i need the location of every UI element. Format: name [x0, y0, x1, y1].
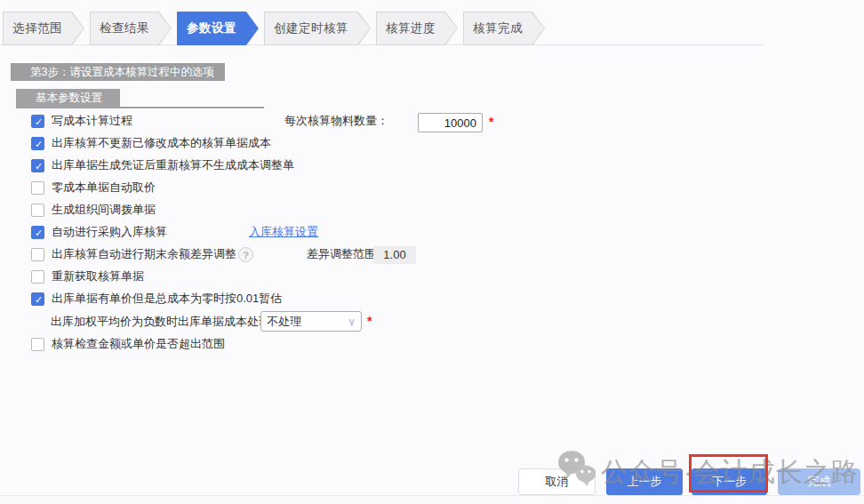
- tab-create-scheduled-accounting[interactable]: 创建定时核算: [264, 12, 371, 45]
- tab-label: 选择范围: [12, 20, 62, 36]
- previous-step-button[interactable]: 上一步: [606, 468, 683, 495]
- option-row-auto-purchase-inbound: 自动进行采购入库核算: [31, 221, 167, 243]
- select-value: 不处理: [267, 314, 348, 330]
- option-row-no-update-modified-cost: 出库核算不更新已修改成本的核算单据成本: [31, 132, 271, 154]
- cost-accounting-wizard: 选择范围 检查结果 参数设置 创建定时核算 核算进度 核算完成 第3步：: [0, 0, 864, 504]
- material-qty-label: 每次核算物料数量：: [284, 110, 388, 132]
- option-row-write-cost-process: 写成本计算过程: [31, 110, 132, 132]
- option-label: 出库核算自动进行期末余额差异调整: [52, 246, 236, 262]
- checkbox-refetch-accounting-docs[interactable]: [31, 270, 44, 284]
- checkbox-no-adjustment-after-voucher[interactable]: [31, 159, 44, 172]
- option-label: 生成组织间调拨单据: [52, 202, 156, 218]
- negative-cost-handling-select[interactable]: 不处理 ∨: [260, 311, 362, 332]
- negative-cost-handling-label: 出库加权平均价为负数时出库单据成本处理: [51, 311, 270, 332]
- checkbox-period-end-diff-adjust[interactable]: [31, 248, 44, 261]
- diff-range-value: 1.00: [373, 246, 416, 264]
- section-underline: [16, 107, 264, 108]
- option-label: 重新获取核算单据: [52, 268, 144, 284]
- checkbox-generate-interorg-transfer[interactable]: [31, 204, 44, 217]
- wizard-tabbar: 选择范围 检查结果 参数设置 创建定时核算 核算进度 核算完成: [3, 12, 550, 45]
- next-step-button[interactable]: 下一步: [692, 468, 767, 495]
- option-row-no-adjustment-after-voucher: 出库单据生成凭证后重新核算不生成成本调整单: [31, 155, 294, 176]
- section-header-basic-params: 基本参数设置: [16, 89, 120, 107]
- tab-accounting-complete[interactable]: 核算完成: [463, 12, 545, 45]
- finish-button[interactable]: 完成: [778, 468, 860, 495]
- option-row-zero-cost-auto-price: 零成本单据自动取价: [31, 177, 156, 198]
- checkbox-auto-purchase-inbound[interactable]: [31, 226, 44, 239]
- option-label: 出库单据有单价但是总成本为零时按0.01暂估: [52, 291, 282, 307]
- tab-label: 参数设置: [187, 20, 236, 36]
- tab-select-range[interactable]: 选择范围: [3, 12, 84, 45]
- tab-label: 核算进度: [386, 20, 436, 36]
- checkbox-no-update-modified-cost[interactable]: [31, 137, 44, 150]
- option-label: 出库单据生成凭证后重新核算不生成成本调整单: [52, 157, 294, 173]
- chevron-down-icon: ∨: [348, 316, 356, 328]
- option-label: 零成本单据自动取价: [52, 180, 156, 196]
- footer-divider: [0, 495, 864, 496]
- inbound-accounting-settings-link[interactable]: 入库核算设置: [249, 221, 318, 243]
- tab-label: 检查结果: [100, 20, 149, 36]
- tab-check-result[interactable]: 检查结果: [90, 12, 172, 45]
- option-row-estimate-001-when-zero-cost: 出库单据有单价但是总成本为零时按0.01暂估: [31, 288, 282, 309]
- tab-accounting-progress[interactable]: 核算进度: [376, 12, 458, 45]
- step-header: 第3步：请设置成本核算过程中的选项: [11, 63, 225, 81]
- option-label: 出库核算不更新已修改成本的核算单据成本: [52, 135, 271, 151]
- checkbox-check-amount-out-of-range[interactable]: [31, 338, 44, 351]
- diff-range-label: 差异调整范围: [307, 244, 376, 265]
- help-icon[interactable]: ?: [238, 247, 253, 262]
- material-qty-input[interactable]: [418, 113, 483, 132]
- option-label: 核算检查金额或单价是否超出范围: [52, 336, 225, 352]
- tab-label: 核算完成: [473, 20, 523, 36]
- negative-cost-required-asterisk: *: [367, 314, 372, 328]
- material-qty-required-asterisk: *: [489, 115, 493, 129]
- checkbox-zero-cost-auto-price[interactable]: [31, 181, 44, 195]
- tab-label: 创建定时核算: [274, 20, 348, 36]
- checkbox-write-cost-process[interactable]: [31, 115, 44, 128]
- option-row-check-amount-out-of-range: 核算检查金额或单价是否超出范围: [31, 333, 225, 355]
- cancel-button[interactable]: 取消: [518, 468, 596, 495]
- option-row-period-end-diff-adjust: 出库核算自动进行期末余额差异调整: [31, 244, 236, 265]
- option-row-generate-interorg-transfer: 生成组织间调拨单据: [31, 199, 156, 220]
- option-label: 写成本计算过程: [52, 113, 132, 129]
- tab-parameter-settings[interactable]: 参数设置: [177, 12, 259, 45]
- option-row-refetch-accounting-docs: 重新获取核算单据: [31, 266, 144, 287]
- checkbox-estimate-001-when-zero-cost[interactable]: [31, 292, 44, 306]
- option-label: 自动进行采购入库核算: [52, 224, 167, 240]
